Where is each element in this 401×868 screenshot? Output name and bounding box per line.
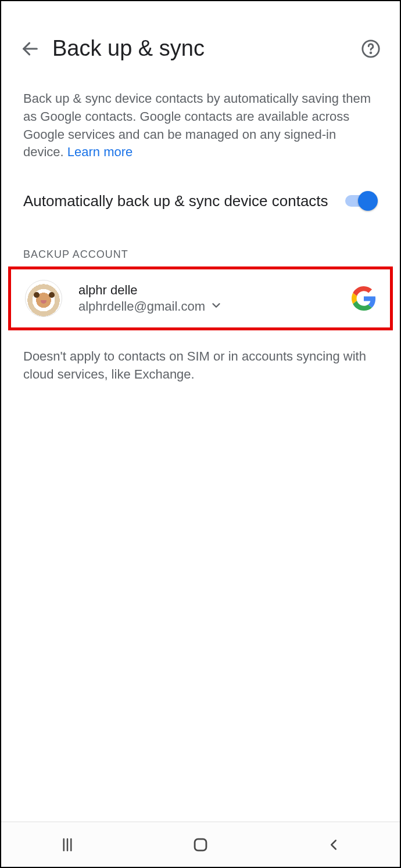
page-title: Back up & sync — [52, 36, 359, 61]
backup-account-highlight: alphr delle alphrdelle@gmail.com — [8, 266, 393, 330]
home-button[interactable] — [183, 833, 218, 856]
back-arrow-icon[interactable] — [19, 37, 42, 60]
footnote-text: Doesn't apply to contacts on SIM or in a… — [1, 330, 400, 401]
svg-point-2 — [370, 52, 371, 53]
google-logo-icon — [352, 286, 376, 311]
svg-rect-6 — [195, 839, 206, 851]
help-icon[interactable] — [359, 37, 382, 60]
backup-account-row[interactable]: alphr delle alphrdelle@gmail.com — [25, 280, 376, 317]
system-navigation-bar — [1, 822, 400, 867]
account-text-block: alphr delle alphrdelle@gmail.com — [78, 283, 352, 314]
back-button[interactable] — [316, 833, 351, 856]
account-email: alphrdelle@gmail.com — [78, 299, 205, 314]
account-name: alphr delle — [78, 283, 352, 298]
description-text: Back up & sync device contacts by automa… — [1, 73, 400, 161]
chevron-down-icon[interactable] — [210, 299, 223, 314]
recents-button[interactable] — [50, 833, 85, 856]
auto-backup-toggle-switch[interactable] — [343, 190, 378, 211]
learn-more-link[interactable]: Learn more — [67, 145, 133, 159]
backup-account-section-label: BACKUP ACCOUNT — [1, 223, 400, 266]
app-header: Back up & sync — [1, 24, 400, 73]
auto-backup-toggle-row: Automatically back up & sync device cont… — [1, 161, 400, 223]
account-avatar — [25, 280, 62, 317]
auto-backup-toggle-label: Automatically back up & sync device cont… — [23, 192, 343, 210]
